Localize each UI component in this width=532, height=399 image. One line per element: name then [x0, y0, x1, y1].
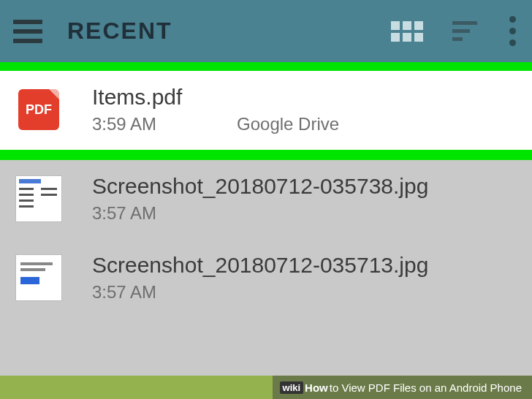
- caption-rest: to View PDF Files on an Android Phone: [330, 381, 522, 394]
- file-time: 3:57 AM: [92, 203, 156, 224]
- sort-icon[interactable]: [452, 21, 477, 41]
- file-thumbnail: PDF: [13, 84, 64, 135]
- caption-bar: wikiHow to View PDF Files on an Android …: [0, 376, 532, 399]
- file-thumbnail: [13, 252, 64, 303]
- file-row[interactable]: Screenshot_20180712-035738.jpg 3:57 AM: [0, 160, 532, 239]
- image-icon: [15, 254, 62, 301]
- highlighted-selection: PDF Items.pdf 3:59 AM Google Drive: [0, 62, 532, 160]
- file-time: 3:57 AM: [92, 282, 156, 303]
- caption-text: wikiHow to View PDF Files on an Android …: [273, 376, 532, 399]
- app-bar: RECENT: [0, 0, 532, 62]
- wiki-badge: wiki: [280, 381, 304, 394]
- pdf-icon: PDF: [18, 89, 59, 130]
- file-row[interactable]: Screenshot_20180712-035713.jpg 3:57 AM: [0, 239, 532, 318]
- file-name: Screenshot_20180712-035713.jpg: [92, 253, 519, 278]
- caption-how: How: [305, 381, 328, 394]
- file-name: Screenshot_20180712-035738.jpg: [92, 174, 519, 199]
- page-title: RECENT: [67, 18, 172, 45]
- grid-view-icon[interactable]: [391, 21, 423, 42]
- file-row[interactable]: PDF Items.pdf 3:59 AM Google Drive: [0, 71, 532, 150]
- file-time: 3:59 AM: [92, 114, 156, 134]
- menu-icon[interactable]: [13, 15, 47, 48]
- file-thumbnail: [13, 173, 64, 224]
- file-name: Items.pdf: [92, 85, 519, 110]
- file-source: Google Drive: [237, 114, 339, 134]
- more-vert-icon[interactable]: [506, 13, 519, 49]
- image-icon: [15, 175, 62, 222]
